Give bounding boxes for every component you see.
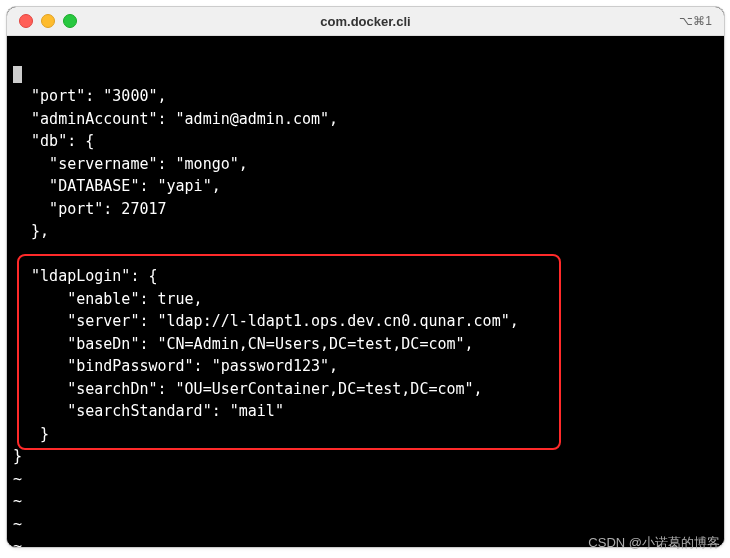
code-line: "servername": "mongo", [13,155,248,173]
terminal-window: com.docker.cli ⌥⌘1 "port": "3000", "admi… [6,6,725,548]
watermark-text: CSDN @小诺葛的博客 [588,534,720,552]
terminal-body[interactable]: "port": "3000", "adminAccount": "admin@a… [7,36,724,547]
traffic-lights [7,14,77,28]
code-line: "adminAccount": "admin@admin.com", [13,110,338,128]
vim-tilde: ~ [13,515,22,533]
vim-tilde: ~ [13,537,22,547]
vim-tilde: ~ [13,470,22,488]
code-line: "db": { [13,132,94,150]
code-line: "DATABASE": "yapi", [13,177,221,195]
window-title: com.docker.cli [7,14,724,29]
minimize-icon[interactable] [41,14,55,28]
code-line: "searchStandard": "mail" [13,402,284,420]
cursor [13,66,22,83]
code-line: "ldapLogin": { [13,267,158,285]
code-line: }, [13,222,49,240]
close-icon[interactable] [19,14,33,28]
code-line: "baseDn": "CN=Admin,CN=Users,DC=test,DC=… [13,335,474,353]
code-line: "port": "3000", [13,87,167,105]
code-line: "server": "ldap://l-ldapt1.ops.dev.cn0.q… [13,312,519,330]
title-bar: com.docker.cli ⌥⌘1 [7,7,724,36]
vim-tilde: ~ [13,492,22,510]
code-line: "searchDn": "OU=UserContainer,DC=test,DC… [13,380,483,398]
window-shortcut: ⌥⌘1 [679,14,712,28]
code-line: "port": 27017 [13,200,167,218]
zoom-icon[interactable] [63,14,77,28]
code-line: "enable": true, [13,290,203,308]
code-line: } [13,447,22,465]
code-line: } [13,425,49,443]
code-line: "bindPassword": "password123", [13,357,338,375]
